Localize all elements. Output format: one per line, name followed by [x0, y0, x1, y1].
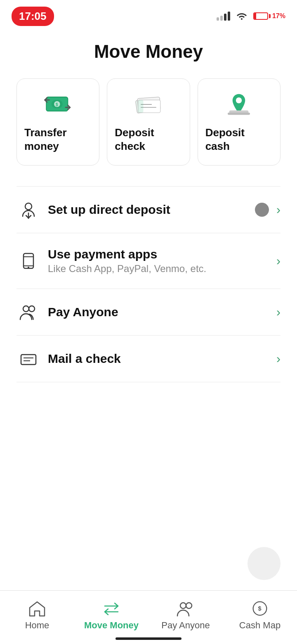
- nav-pay-anyone[interactable]: Pay Anyone: [148, 591, 223, 636]
- cards-row: $ Transfermoney Depo: [0, 78, 297, 166]
- home-label: Home: [25, 620, 50, 631]
- direct-deposit-icon: [16, 201, 40, 219]
- pay-anyone-item[interactable]: Pay Anyone ›: [16, 289, 280, 335]
- deposit-check-icon: [115, 92, 182, 117]
- home-icon: [28, 600, 47, 617]
- deposit-cash-label: Depositcash: [205, 126, 245, 153]
- fab-button[interactable]: [248, 547, 280, 580]
- direct-deposit-toggle: [255, 203, 269, 217]
- svg-point-19: [29, 306, 35, 312]
- svg-point-24: [186, 603, 192, 608]
- payment-apps-icon: [16, 252, 40, 270]
- deposit-check-card[interactable]: Depositcheck: [107, 78, 190, 166]
- wifi-icon: [236, 11, 248, 21]
- status-icons: 17%: [217, 11, 285, 21]
- bottom-nav: Home Move Money Pay Anyone: [0, 590, 297, 644]
- cash-map-label: Cash Map: [239, 620, 280, 631]
- transfer-money-icon: $: [24, 92, 92, 117]
- home-indicator: [116, 637, 182, 640]
- time-display: 17:05: [12, 7, 54, 26]
- svg-rect-12: [228, 113, 250, 115]
- svg-point-10: [236, 97, 242, 103]
- payment-apps-item[interactable]: Use payment apps Like Cash App, PayPal, …: [16, 233, 280, 289]
- nav-cash-map[interactable]: $ Cash Map: [223, 591, 297, 636]
- mail-check-icon: [16, 350, 40, 368]
- mail-check-title: Mail a check: [48, 352, 272, 366]
- svg-text:$: $: [55, 102, 58, 107]
- nav-home[interactable]: Home: [0, 591, 74, 636]
- deposit-cash-card[interactable]: Depositcash: [198, 78, 280, 166]
- svg-text:$: $: [258, 605, 261, 612]
- svg-point-23: [180, 603, 186, 608]
- pay-anyone-icon: [16, 303, 40, 321]
- deposit-check-label: Depositcheck: [115, 126, 154, 153]
- payment-apps-content: Use payment apps Like Cash App, PayPal, …: [48, 247, 272, 275]
- svg-rect-9: [138, 100, 144, 113]
- payment-apps-subtitle: Like Cash App, PayPal, Venmo, etc.: [48, 263, 272, 275]
- mail-check-item[interactable]: Mail a check ›: [16, 335, 280, 382]
- pay-anyone-nav-label: Pay Anyone: [161, 620, 210, 631]
- transfer-money-label: Transfermoney: [24, 126, 67, 153]
- pay-anyone-title: Pay Anyone: [48, 305, 272, 319]
- transfer-money-card[interactable]: $ Transfermoney: [16, 78, 99, 166]
- move-money-icon: [102, 600, 121, 617]
- signal-icon: [217, 12, 230, 21]
- svg-point-17: [28, 267, 29, 268]
- nav-move-money[interactable]: Move Money: [74, 591, 148, 636]
- list-section: Set up direct deposit › Use payment apps…: [0, 186, 297, 382]
- direct-deposit-title: Set up direct deposit: [48, 203, 255, 217]
- payment-apps-chevron: ›: [276, 254, 280, 268]
- pay-anyone-chevron: ›: [276, 305, 280, 319]
- mail-check-content: Mail a check: [48, 352, 272, 366]
- svg-point-13: [25, 203, 32, 210]
- svg-point-18: [23, 306, 29, 312]
- status-bar: 17:05 17%: [0, 0, 297, 29]
- page-title: Move Money: [0, 41, 297, 62]
- battery-icon: 17%: [253, 12, 285, 20]
- payment-apps-title: Use payment apps: [48, 247, 272, 261]
- move-money-label: Move Money: [84, 620, 139, 631]
- deposit-cash-icon: [205, 92, 273, 117]
- cash-map-icon: $: [250, 600, 269, 617]
- direct-deposit-content: Set up direct deposit: [48, 203, 255, 217]
- pay-anyone-content: Pay Anyone: [48, 305, 272, 319]
- svg-rect-20: [21, 355, 36, 365]
- pay-anyone-nav-icon: [176, 600, 195, 617]
- direct-deposit-chevron: ›: [276, 203, 280, 217]
- direct-deposit-item[interactable]: Set up direct deposit ›: [16, 186, 280, 233]
- mail-check-chevron: ›: [276, 352, 280, 366]
